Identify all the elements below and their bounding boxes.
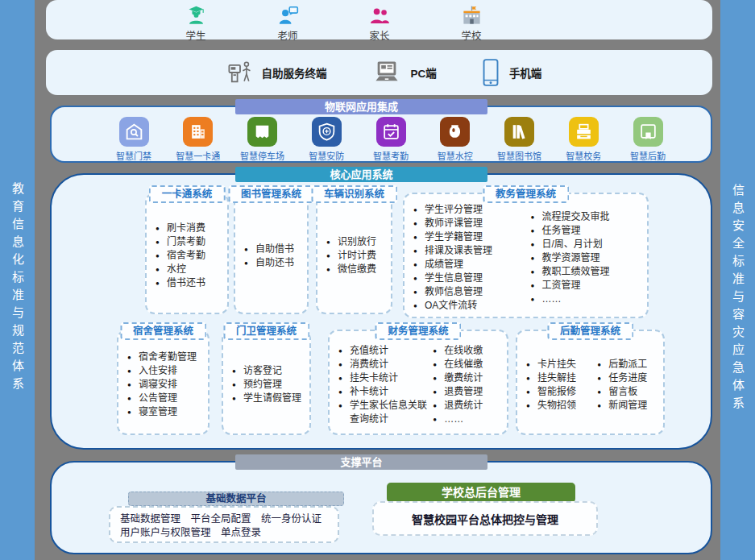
list-item: 成绩管理	[413, 258, 525, 272]
support-panel-title: 支撑平台	[235, 454, 487, 470]
list-item: 调寝安排	[127, 378, 197, 392]
smart-campus-architecture-diagram: 教育信息化标准与规范体系 信息安全标准与容灾应急体系 学生 老师	[0, 0, 755, 560]
list-item: 刷卡消费	[155, 222, 205, 235]
list-item: 自助还书	[243, 256, 294, 270]
terminal-kiosk: 自助服务终端	[226, 59, 327, 86]
calendar-icon	[376, 117, 406, 147]
parents-icon	[369, 5, 391, 27]
school-admin-title: 学校总后台管理	[387, 483, 575, 503]
right-standards-bar: 信息安全标准与容灾应急体系	[720, 0, 755, 560]
onecard-icon	[183, 117, 213, 147]
list-item: 预约管理	[231, 378, 301, 392]
iot-item-attendance: 智慧考勤	[362, 117, 420, 162]
iot-item-access: 智慧门禁	[105, 117, 163, 162]
list-item: 日/周、月计划	[530, 238, 643, 251]
list-item: 访客登记	[231, 364, 301, 378]
list-item: 微信缴费	[326, 263, 376, 276]
list-item: 排课及课表管理	[413, 244, 525, 258]
system-box-gate: 门卫管理系统 访客登记预约管理学生请假管理	[222, 330, 311, 435]
iot-item-water: 智慧水控	[426, 117, 484, 162]
list-item: 寝室管理	[127, 405, 197, 419]
list-item: 挂失卡统计	[338, 371, 427, 385]
feature-list: 识别放行计时计费微信缴费	[326, 235, 376, 276]
list-item: 任务进度	[596, 371, 658, 385]
left-standards-bar: 教育信息化标准与规范体系	[0, 0, 35, 560]
feature-list: 卡片挂失挂失解挂智能报修失物招领	[525, 358, 591, 413]
terminal-label: 自助服务终端	[262, 64, 327, 81]
feature-list: 刷卡消费门禁考勤宿舍考勤水控借书还书	[155, 222, 205, 290]
iot-integration-panel: 物联网应用集成 智慧门禁 智慧一卡通 智慧停车场	[50, 106, 712, 163]
system-box-title: 一卡通系统	[149, 185, 226, 203]
list-item: 补卡统计	[338, 385, 427, 399]
list-item: 教师评课管理	[413, 217, 525, 230]
access-terminals-row: 自助服务终端 PC端 手机端	[46, 50, 712, 95]
iot-item-label: 智慧门禁	[116, 149, 151, 162]
feature-list: 自助借书自助还书	[243, 243, 294, 270]
list-item: 教师信息管理	[413, 285, 525, 299]
printer-icon	[569, 117, 599, 147]
system-box-onecard: 一卡通系统 刷卡消费门禁考勤宿舍考勤水控借书还书	[145, 193, 229, 314]
list-item: 教职工绩效管理	[530, 265, 643, 279]
list-item: 教学资源管理	[530, 251, 643, 265]
feature-list: 在线收缴在线催缴缴费统计退费管理退费统计……	[432, 344, 502, 426]
base-data-platform-line1: 基础数据管理 平台全局配置 统一身份认证	[120, 512, 338, 526]
terminal-label: 手机端	[509, 64, 542, 81]
system-box-title: 图书管理系统	[228, 185, 314, 203]
list-item: 流程提交及审批	[530, 210, 643, 224]
list-item: 智能报修	[525, 385, 591, 399]
list-item: 后勤派工	[596, 358, 658, 371]
list-item: 宿舍考勤管理	[127, 351, 197, 364]
list-item: 在线收缴	[432, 344, 502, 358]
parking-icon	[247, 117, 277, 147]
system-box-title: 车辆识别系统	[311, 185, 397, 203]
access-terminals-panel: 自助服务终端 PC端 手机端	[46, 50, 712, 95]
iot-item-label: 智慧水控	[438, 149, 473, 162]
user-role-label: 学校	[461, 27, 481, 43]
list-item: 自助借书	[243, 243, 294, 256]
user-role-label: 家长	[369, 27, 389, 43]
user-role-student: 学生	[173, 0, 218, 43]
iot-item-school-affairs: 智慧校务	[554, 117, 612, 162]
list-item: 水控	[155, 263, 205, 276]
list-item: 公告管理	[127, 392, 197, 405]
user-role-parents: 家长	[357, 0, 402, 43]
list-item: 挂失解挂	[525, 371, 591, 385]
support-platform-panel: 支撑平台 基础数据平台 基础数据管理 平台全局配置 统一身份认证 用户账户与权限…	[50, 461, 712, 554]
iot-item-label: 智慧校务	[566, 149, 601, 162]
list-item: 学生学籍管理	[413, 230, 525, 244]
feature-list: 后勤派工任务进度留言板新闻管理	[596, 358, 658, 413]
list-item: 学生请假管理	[231, 392, 301, 405]
list-item: 退费管理	[432, 385, 502, 399]
system-box-academic: 教务管理系统 学生评分管理教师评课管理学生学籍管理排课及课表管理成绩管理学生信息…	[403, 193, 649, 318]
iot-item-label: 智慧后勤	[630, 149, 666, 162]
list-item: 识别放行	[326, 235, 376, 249]
base-data-platform-title: 基础数据平台	[128, 492, 344, 506]
user-role-label: 学生	[185, 27, 205, 43]
list-item: 充值统计	[338, 344, 427, 358]
pc-icon	[371, 59, 403, 86]
iot-panel-title: 物联网应用集成	[235, 99, 487, 114]
iot-item-library: 智慧图书馆	[491, 117, 549, 162]
iot-item-label: 智慧图书馆	[497, 149, 541, 162]
list-item: 消费统计	[338, 358, 427, 371]
system-box-content: 自助借书自助还书	[235, 194, 307, 313]
iot-item-label: 智慧一卡通	[176, 149, 220, 162]
user-role-label: 老师	[277, 27, 297, 43]
list-item: ……	[530, 292, 643, 306]
system-box-content: 卡片挂失挂失解挂智能报修失物招领 后勤派工任务进度留言板新闻管理	[517, 331, 663, 433]
shield-icon	[312, 117, 342, 147]
list-item: ……	[432, 413, 502, 426]
iot-item-label: 智慧考勤	[373, 149, 409, 162]
system-box-title: 教务管理系统	[483, 185, 569, 203]
kiosk-icon	[226, 59, 254, 86]
iot-item-parking: 智慧停车场	[234, 117, 292, 162]
base-data-platform-content: 基础数据管理 平台全局配置 统一身份认证 用户账户与权限管理 单点登录	[109, 506, 339, 543]
list-item: 留言板	[596, 385, 658, 399]
board-icon	[633, 117, 663, 147]
user-roles-row: 学生 老师 家长 学校	[46, 0, 712, 39]
system-box-content: 宿舍考勤管理入住安排调寝安排公告管理寝室管理	[118, 331, 208, 433]
teacher-icon	[277, 5, 299, 27]
school-icon	[461, 5, 483, 27]
left-standards-label: 教育信息化标准与规范体系	[9, 182, 26, 395]
door-access-icon	[119, 117, 149, 147]
